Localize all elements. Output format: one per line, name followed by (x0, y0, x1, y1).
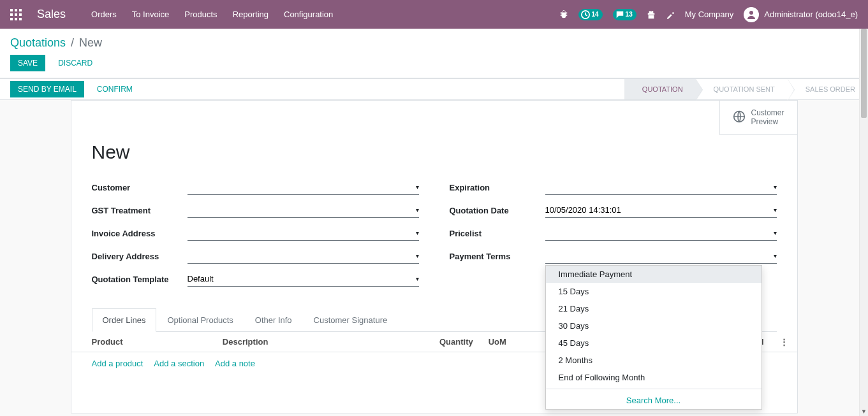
svg-point-10 (749, 11, 753, 15)
tab-optional-products[interactable]: Optional Products (156, 308, 244, 332)
form-sheet: Customer Preview New Customer ▾ GST Trea… (71, 100, 798, 413)
invoice-address-input[interactable]: ▾ (188, 226, 419, 241)
messages-counter[interactable]: 13 (613, 9, 636, 20)
svg-rect-1 (15, 9, 17, 11)
form-title: New (92, 141, 777, 163)
step-quotation-sent[interactable]: Quotation Sent (696, 79, 788, 99)
user-name: Administrator (odoo14_e) (764, 10, 858, 19)
stat-line2: Preview (751, 117, 784, 126)
customer-input[interactable]: ▾ (188, 180, 419, 195)
gst-input[interactable]: ▾ (188, 203, 419, 218)
confirm-button[interactable]: Confirm (89, 81, 140, 97)
nav-orders[interactable]: Orders (91, 10, 117, 19)
activity-count: 14 (591, 11, 598, 18)
th-description: Description (215, 332, 362, 352)
breadcrumb-current: New (79, 36, 102, 50)
expiration-label: Expiration (450, 183, 545, 192)
nav-to-invoice[interactable]: To Invoice (132, 10, 170, 19)
tab-other-info[interactable]: Other Info (244, 308, 303, 332)
add-section-link[interactable]: Add a section (154, 359, 204, 368)
chevron-down-icon: ▾ (774, 229, 777, 236)
svg-rect-5 (19, 13, 22, 16)
statusbar-row: Send by Email Confirm Quotation Quotatio… (0, 78, 868, 100)
customer-preview-button[interactable]: Customer Preview (720, 101, 797, 134)
scrollbar[interactable]: ▼ (859, 29, 868, 416)
gift-icon[interactable] (647, 10, 656, 19)
activity-counter[interactable]: 14 (578, 9, 602, 20)
company-name[interactable]: My Company (685, 10, 734, 19)
th-product: Product (71, 332, 215, 352)
invoice-address-label: Invoice Address (92, 229, 188, 238)
svg-rect-3 (10, 13, 13, 16)
svg-rect-6 (10, 18, 13, 20)
user-menu[interactable]: Administrator (odoo14_e) (744, 7, 858, 22)
save-button[interactable]: Save (10, 55, 45, 71)
discard-button[interactable]: Discard (50, 55, 100, 71)
dropdown-item-15days[interactable]: 15 Days (546, 283, 761, 300)
chevron-down-icon: ▾ (416, 229, 419, 236)
quotation-date-input[interactable]: ▾ (545, 203, 777, 218)
chevron-down-icon: ▾ (416, 275, 419, 282)
dropdown-search-more[interactable]: Search More... (546, 392, 761, 409)
tab-customer-signature[interactable]: Customer Signature (303, 308, 399, 332)
th-options-icon[interactable]: ⋮ (772, 332, 797, 352)
dropdown-item-30days[interactable]: 30 Days (546, 317, 761, 334)
nav-products[interactable]: Products (184, 10, 217, 19)
messages-count: 13 (626, 11, 633, 18)
dropdown-item-45days[interactable]: 45 Days (546, 334, 761, 352)
dropdown-item-2months[interactable]: 2 Months (546, 352, 761, 369)
form-group-right: Expiration ▾ Quotation Date ▾ Pricelist … (450, 178, 777, 293)
nav-menu: Orders To Invoice Products Reporting Con… (91, 10, 333, 19)
chevron-down-icon: ▾ (416, 183, 419, 190)
customer-label: Customer (92, 183, 188, 192)
pricelist-label: Pricelist (450, 229, 545, 238)
tools-icon[interactable] (666, 10, 675, 19)
breadcrumb-root[interactable]: Quotations (10, 36, 66, 50)
svg-rect-0 (10, 9, 13, 11)
scrollbar-thumb[interactable] (861, 29, 867, 118)
breadcrumb-sep: / (71, 36, 74, 50)
template-label: Quotation Template (92, 275, 188, 284)
nav-configuration[interactable]: Configuration (284, 10, 333, 19)
step-sales-order[interactable]: Sales Order (788, 79, 868, 99)
dropdown-item-eom[interactable]: End of Following Month (546, 369, 761, 386)
apps-icon[interactable] (10, 9, 22, 20)
chevron-down-icon: ▾ (416, 252, 419, 259)
gst-label: GST Treatment (92, 206, 188, 215)
avatar-icon (744, 7, 759, 22)
svg-rect-7 (15, 18, 17, 20)
chevron-down-icon: ▾ (416, 206, 419, 213)
nav-reporting[interactable]: Reporting (233, 10, 268, 19)
tab-order-lines[interactable]: Order Lines (92, 308, 157, 332)
delivery-address-label: Delivery Address (92, 252, 188, 261)
chevron-down-icon: ▾ (774, 183, 777, 190)
send-email-button[interactable]: Send by Email (10, 81, 84, 97)
dropdown-item-immediate[interactable]: Immediate Payment (546, 266, 761, 283)
stat-line1: Customer (751, 108, 784, 117)
svg-rect-4 (15, 13, 17, 16)
chevron-down-icon: ▾ (774, 206, 777, 213)
dropdown-item-21days[interactable]: 21 Days (546, 300, 761, 317)
add-product-link[interactable]: Add a product (92, 359, 143, 368)
pricelist-input[interactable]: ▾ (545, 226, 777, 241)
svg-rect-8 (19, 18, 22, 20)
step-quotation[interactable]: Quotation (624, 79, 696, 99)
payment-terms-label: Payment Terms (450, 252, 545, 261)
main-navbar: Sales Orders To Invoice Products Reporti… (0, 0, 868, 29)
payment-terms-dropdown: Immediate Payment 15 Days 21 Days 30 Day… (545, 265, 762, 410)
chevron-down-icon: ▾ (774, 252, 777, 259)
form-group-left: Customer ▾ GST Treatment ▾ Invoice Addre… (92, 178, 419, 293)
control-panel: Quotations / New Save Discard (0, 29, 868, 78)
breadcrumb: Quotations / New (10, 36, 858, 50)
brand-title[interactable]: Sales (37, 8, 66, 21)
add-note-link[interactable]: Add a note (215, 359, 255, 368)
delivery-address-input[interactable]: ▾ (188, 248, 419, 264)
scrollbar-down-icon[interactable]: ▼ (860, 407, 868, 416)
svg-rect-2 (19, 9, 22, 11)
expiration-input[interactable]: ▾ (545, 180, 777, 195)
button-box: Customer Preview (719, 101, 797, 135)
payment-terms-input[interactable]: ▾ (545, 248, 777, 264)
globe-icon (733, 110, 746, 125)
template-input[interactable]: ▾ (188, 271, 419, 287)
bug-icon[interactable] (559, 10, 568, 19)
